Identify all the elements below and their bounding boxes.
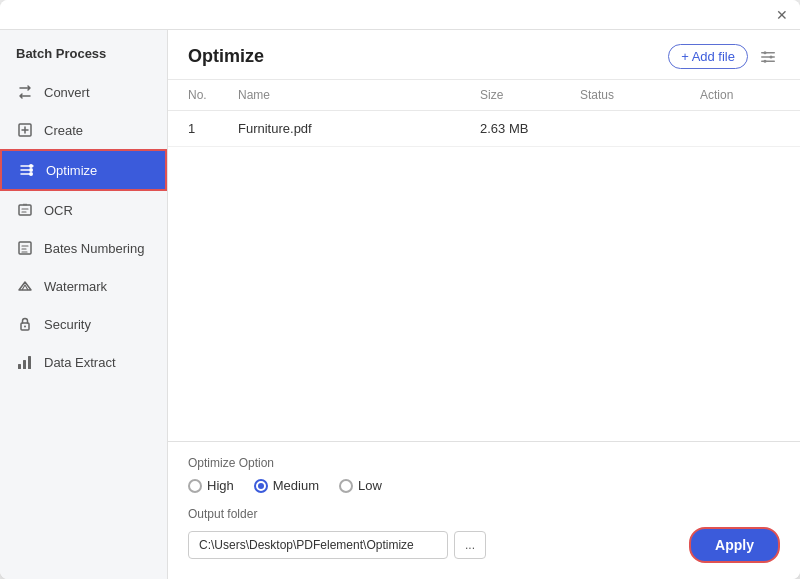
watermark-icon [16, 277, 34, 295]
sidebar-item-watermark[interactable]: Watermark [0, 267, 167, 305]
ocr-icon [16, 201, 34, 219]
close-button[interactable]: ✕ [774, 7, 790, 23]
col-no: No. [188, 88, 238, 102]
radio-low[interactable]: Low [339, 478, 382, 493]
sidebar-item-ocr-label: OCR [44, 203, 73, 218]
optimize-radio-group: High Medium Low [188, 478, 780, 493]
table-row: 1 Furniture.pdf 2.63 MB [168, 111, 800, 147]
radio-high[interactable]: High [188, 478, 234, 493]
svg-point-2 [29, 168, 33, 172]
sidebar-item-convert[interactable]: Convert [0, 73, 167, 111]
svg-rect-13 [761, 60, 775, 62]
svg-point-7 [24, 326, 26, 328]
sidebar-item-ocr[interactable]: OCR [0, 191, 167, 229]
svg-rect-10 [28, 356, 31, 369]
sidebar-item-security-label: Security [44, 317, 91, 332]
sidebar-item-create[interactable]: Create [0, 111, 167, 149]
svg-point-14 [764, 51, 767, 54]
bates-numbering-icon [16, 239, 34, 257]
sidebar-title: Batch Process [0, 38, 167, 73]
sidebar: Batch Process Convert Create [0, 30, 168, 579]
radio-high-circle [188, 479, 202, 493]
row-no: 1 [188, 121, 238, 136]
optimize-option-label: Optimize Option [188, 456, 780, 470]
row-name: Furniture.pdf [238, 121, 480, 136]
create-icon [16, 121, 34, 139]
page-title: Optimize [188, 46, 264, 67]
sidebar-item-optimize-label: Optimize [46, 163, 97, 178]
apply-button[interactable]: Apply [689, 527, 780, 563]
settings-area: Optimize Option High Medium Low [168, 441, 800, 579]
radio-high-label: High [207, 478, 234, 493]
batch-process-window: ✕ Batch Process Convert [0, 0, 800, 579]
add-file-label: + Add file [681, 49, 735, 64]
optimize-icon [18, 161, 36, 179]
col-action: Action [700, 88, 780, 102]
radio-low-circle [339, 479, 353, 493]
svg-rect-9 [23, 360, 26, 369]
table-header: No. Name Size Status Action [168, 80, 800, 111]
sidebar-item-data-extract[interactable]: Data Extract [0, 343, 167, 381]
output-left: ... [188, 531, 486, 559]
svg-rect-11 [761, 52, 775, 54]
output-folder-label: Output folder [188, 507, 780, 521]
add-file-button[interactable]: + Add file [668, 44, 748, 69]
sidebar-item-security[interactable]: Security [0, 305, 167, 343]
svg-rect-4 [19, 205, 31, 215]
radio-medium-label: Medium [273, 478, 319, 493]
main-header: Optimize + Add file [168, 30, 800, 80]
radio-low-label: Low [358, 478, 382, 493]
col-status: Status [580, 88, 700, 102]
sidebar-item-optimize[interactable]: Optimize [0, 149, 167, 191]
title-bar: ✕ [0, 0, 800, 30]
main-panel: Optimize + Add file [168, 30, 800, 579]
col-name: Name [238, 88, 480, 102]
content-area: Batch Process Convert Create [0, 30, 800, 579]
radio-medium-circle [254, 479, 268, 493]
security-icon [16, 315, 34, 333]
sidebar-item-create-label: Create [44, 123, 83, 138]
sidebar-item-bates-numbering-label: Bates Numbering [44, 241, 144, 256]
svg-point-3 [29, 172, 33, 176]
convert-icon [16, 83, 34, 101]
browse-button[interactable]: ... [454, 531, 486, 559]
sidebar-item-convert-label: Convert [44, 85, 90, 100]
sidebar-item-data-extract-label: Data Extract [44, 355, 116, 370]
col-size: Size [480, 88, 580, 102]
toolbar-settings-icon[interactable] [756, 45, 780, 69]
output-folder-input[interactable] [188, 531, 448, 559]
row-size: 2.63 MB [480, 121, 580, 136]
file-table: No. Name Size Status Action 1 Furniture.… [168, 80, 800, 441]
svg-point-1 [29, 164, 33, 168]
svg-rect-12 [761, 56, 775, 58]
radio-medium[interactable]: Medium [254, 478, 319, 493]
svg-point-16 [764, 59, 767, 62]
output-row: ... Apply [188, 527, 780, 563]
svg-rect-8 [18, 364, 21, 369]
sidebar-item-bates-numbering[interactable]: Bates Numbering [0, 229, 167, 267]
svg-point-15 [770, 55, 773, 58]
data-extract-icon [16, 353, 34, 371]
sidebar-item-watermark-label: Watermark [44, 279, 107, 294]
